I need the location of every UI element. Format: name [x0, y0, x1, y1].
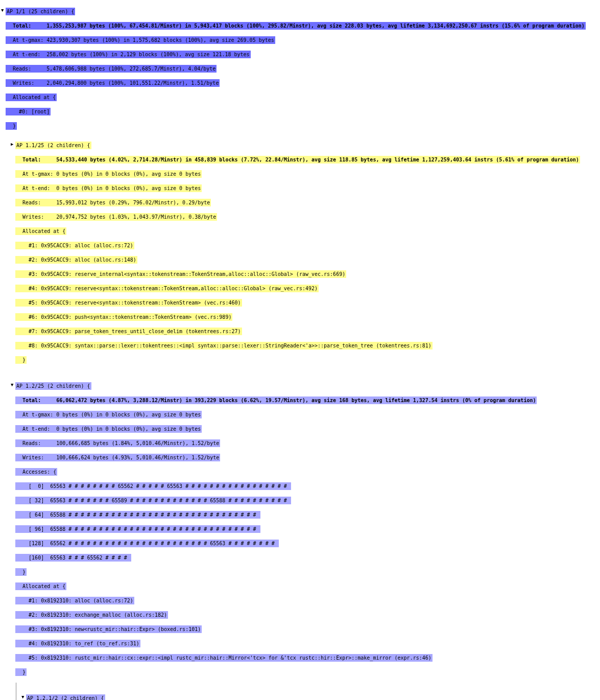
tgmax-line: At t-gmax: 0 bytes (0%) in 0 blocks (0%)…: [15, 411, 202, 418]
frame-line: #4: 0x95CACC9: reserve<syntax::tokenstre…: [15, 285, 319, 292]
alloc-close: }: [6, 122, 17, 130]
root-frame: #0: [root]: [6, 108, 51, 115]
alloc-open: Allocated at {: [15, 582, 66, 590]
frame-line: #5: 0x8192310: rustc_mir::hair::cx::expr…: [15, 654, 433, 662]
frame-line: #1: 0x8192310: alloc (alloc.rs:72): [15, 597, 134, 604]
frame-line: #3: 0x95CACC9: reserve_internal<syntax::…: [15, 270, 346, 278]
frame-line: #8: 0x95CACC9: syntax::parse::lexer::tok…: [15, 342, 433, 349]
reads-line: Reads: 5,478,606,988 bytes (100%, 272,68…: [6, 65, 217, 73]
access-row: [128] 65562 # # # # # # # # # # # # # # …: [15, 540, 279, 547]
tend-line: At t-end: 0 bytes (0%) in 0 blocks (0%),…: [15, 184, 202, 192]
ap-1-2-1[interactable]: ▼AP 1.2.1/2 (2 children) { Total: 66,061…: [21, 688, 599, 700]
accesses-open: Accesses: {: [15, 468, 57, 476]
frame-line: #2: 0x8192310: exchange_malloc (alloc.rs…: [15, 611, 168, 619]
tend-line: At t-end: 0 bytes (0%) in 0 blocks (0%),…: [15, 425, 202, 433]
reads-line: Reads: 15,993,012 bytes (0.29%, 796.02/M…: [15, 199, 211, 206]
tgmax-line: At t-gmax: 0 bytes (0%) in 0 blocks (0%)…: [15, 170, 202, 178]
frame-line: #3: 0x8192310: new<rustc_mir::hair::Expr…: [15, 625, 202, 633]
frame-line: #6: 0x95CACC9: push<syntax::tokenstream:…: [15, 313, 232, 321]
total-line: Total: 1,355,253,987 bytes (100%, 67,454…: [6, 22, 586, 30]
writes-line: Writes: 100,666,624 bytes (4.93%, 5,010.…: [15, 454, 220, 461]
alloc-open: Allocated at {: [15, 227, 66, 235]
frame-line: #4: 0x8192310: to_ref (to_ref.rs:31): [15, 640, 140, 647]
ap-1-2[interactable]: ▼AP 1.2/25 (2 children) { Total: 66,062,…: [11, 376, 599, 683]
frame-line: #2: 0x95CACC9: alloc (alloc.rs:148): [15, 256, 137, 264]
access-row: [ 32] 65563 # # # # # # # 65589 # # # # …: [15, 497, 291, 504]
alloc-close: }: [15, 356, 27, 364]
alloc-open: Allocated at {: [6, 94, 57, 101]
total-line: Total: 66,062,472 bytes (4.87%, 3,288.12…: [15, 396, 537, 404]
access-row: [ 0] 65563 # # # # # # # # 65562 # # # #…: [15, 482, 291, 490]
ap-header: AP 1.2.1/2 (2 children) {: [26, 694, 105, 700]
frame-line: #1: 0x95CACC9: alloc (alloc.rs:72): [15, 242, 134, 249]
access-row: [ 96] 65588 # # # # # # # # # # # # # # …: [15, 525, 260, 533]
ap-header: AP 1/1 (25 children) {: [6, 8, 75, 15]
access-row: [ 64] 65588 # # # # # # # # # # # # # # …: [15, 511, 260, 519]
toggle-icon[interactable]: ▶: [11, 142, 15, 148]
writes-line: Writes: 20,974,752 bytes (1.03%, 1,043.9…: [15, 213, 217, 221]
toggle-icon[interactable]: ▼: [21, 694, 26, 700]
ap-header: AP 1.2/25 (2 children) {: [15, 382, 91, 390]
total-line: Total: 54,533,440 bytes (4.02%, 2,714.28…: [15, 156, 580, 164]
frame-line: #5: 0x95CACC9: reserve<syntax::tokenstre…: [15, 299, 242, 307]
ap-header: AP 1.1/25 (2 children) {: [15, 142, 91, 149]
ap-1-root[interactable]: ▼AP 1/1 (25 children) { Total: 1,355,253…: [1, 1, 599, 130]
reads-line: Reads: 100,666,685 bytes (1.84%, 5,010.4…: [15, 439, 220, 447]
toggle-icon[interactable]: ▼: [1, 8, 6, 14]
toggle-icon[interactable]: ▼: [11, 382, 15, 388]
frame-line: #7: 0x95CACC9: parse_token_trees_until_c…: [15, 328, 242, 335]
accesses-close: }: [15, 568, 27, 576]
access-row: [160] 65563 # # # 65562 # # # #: [15, 554, 131, 562]
tgmax-line: At t-gmax: 423,930,307 bytes (100%) in 1…: [6, 36, 275, 44]
ap-1-1[interactable]: ▶AP 1.1/25 (2 children) { Total: 54,533,…: [11, 135, 599, 370]
tend-line: At t-end: 258,002 bytes (100%) in 2,129 …: [6, 51, 251, 58]
alloc-close: }: [15, 668, 27, 676]
writes-line: Writes: 2,040,294,800 bytes (100%, 101,5…: [6, 79, 220, 87]
